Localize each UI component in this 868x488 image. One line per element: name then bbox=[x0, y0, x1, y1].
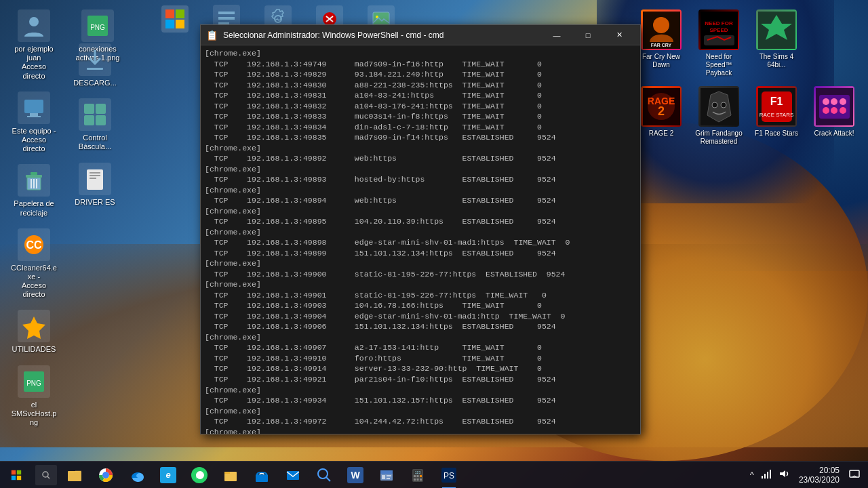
svg-point-47 bbox=[721, 102, 726, 108]
taskbar-explorer2[interactable] bbox=[372, 462, 401, 489]
game-icon-nfs[interactable]: NEED FORSPEED Need forSpeed™ Payback bbox=[692, 7, 746, 80]
svg-line-75 bbox=[326, 477, 330, 481]
sims-label: The Sims 4 64bi... bbox=[752, 53, 801, 69]
svg-rect-88 bbox=[417, 479, 419, 481]
grim-label: Grim FandangoRemastered bbox=[695, 129, 742, 146]
taskbar-file-explorer[interactable] bbox=[60, 462, 90, 489]
svg-rect-8 bbox=[24, 100, 43, 113]
desktop-icon-control[interactable]: ControlBáscula... bbox=[68, 96, 122, 154]
svg-marker-19 bbox=[22, 317, 45, 339]
game-icons-row-1: FAR CRY Far Cry NewDawn NEED FORSPEED Ne… bbox=[634, 7, 861, 80]
svg-point-58 bbox=[831, 107, 837, 114]
minimize-button[interactable]: — bbox=[541, 25, 572, 45]
close-button[interactable]: ✕ bbox=[604, 25, 635, 45]
svg-rect-5 bbox=[373, 12, 389, 26]
taskbar-chrome[interactable] bbox=[91, 462, 121, 489]
desktop-icon-papelera[interactable]: Papelera dereciclaje bbox=[7, 161, 61, 220]
tray-volume[interactable] bbox=[776, 468, 792, 482]
game-icon-crack-attack[interactable]: Crack Attack! bbox=[807, 83, 861, 148]
icon-label-este-equipo: Este equipo -Acceso directo bbox=[9, 127, 58, 154]
svg-rect-62 bbox=[12, 475, 16, 479]
taskbar-search[interactable] bbox=[35, 465, 57, 485]
tray-network[interactable] bbox=[758, 468, 774, 482]
icon-label-control: ControlBáscula... bbox=[79, 134, 111, 151]
taskbar-mail[interactable] bbox=[278, 462, 308, 489]
svg-rect-89 bbox=[420, 479, 422, 481]
desktop-icon-utilidades[interactable]: UTILIDADES bbox=[7, 307, 61, 357]
svg-rect-73 bbox=[287, 471, 299, 480]
svg-point-74 bbox=[318, 469, 328, 479]
taskbar-search-app[interactable] bbox=[309, 462, 339, 489]
svg-rect-24 bbox=[87, 68, 103, 70]
svg-rect-61 bbox=[17, 470, 21, 474]
svg-text:PS: PS bbox=[443, 471, 454, 481]
desktop-icon-driver[interactable]: DRIVER ES bbox=[68, 160, 122, 209]
start-button[interactable] bbox=[0, 462, 33, 489]
taskbar-whatsapp[interactable] bbox=[184, 462, 214, 489]
svg-rect-1 bbox=[176, 9, 184, 18]
taskbar-file-manager[interactable] bbox=[216, 462, 245, 489]
svg-point-7 bbox=[29, 17, 39, 26]
sims-image bbox=[756, 9, 797, 50]
tray-chevron[interactable]: ^ bbox=[747, 468, 757, 481]
svg-text:CC: CC bbox=[26, 239, 42, 251]
svg-rect-93 bbox=[764, 474, 766, 479]
svg-rect-94 bbox=[767, 472, 768, 479]
svg-rect-92 bbox=[762, 476, 763, 479]
svg-rect-63 bbox=[17, 475, 21, 479]
powershell-window: 📋 Seleccionar Administrador: Windows Pow… bbox=[200, 24, 641, 434]
svg-rect-32 bbox=[90, 178, 96, 179]
search-icon bbox=[42, 471, 50, 479]
icon-label-descargas: DESCARG... bbox=[73, 79, 117, 87]
desktop-icon-este-equipo[interactable]: Este equipo -Acceso directo bbox=[7, 89, 61, 157]
taskbar-store[interactable] bbox=[247, 462, 277, 489]
window-titlebar[interactable]: 📋 Seleccionar Administrador: Windows Pow… bbox=[201, 25, 640, 45]
game-icon-sims[interactable]: The Sims 4 64bi... bbox=[749, 7, 804, 80]
far-cry-label: Far Cry NewDawn bbox=[642, 53, 680, 69]
svg-rect-28 bbox=[96, 115, 106, 125]
icon-label-papelera: Papelera dereciclaje bbox=[14, 199, 54, 217]
taskbar-clock[interactable]: 20:05 23/03/2020 bbox=[795, 466, 844, 485]
pinned-icon-1[interactable] bbox=[149, 0, 201, 37]
svg-rect-84 bbox=[414, 475, 416, 477]
game-icon-grim[interactable]: Grim FandangoRemastered bbox=[692, 83, 746, 148]
game-icons-row-2: RAGE2 RAGE 2 Grim FandangoRemastered F1R… bbox=[634, 83, 861, 148]
desktop-icon-el-smsvchost[interactable]: PNG elSMSvcHost.png bbox=[7, 363, 61, 430]
svg-rect-85 bbox=[417, 475, 419, 477]
tray-icons: ^ bbox=[747, 468, 792, 482]
taskbar-ie[interactable]: e bbox=[153, 462, 183, 489]
svg-rect-66 bbox=[68, 471, 81, 481]
svg-rect-13 bbox=[31, 172, 37, 175]
game-icon-rage2[interactable]: RAGE2 RAGE 2 bbox=[634, 83, 688, 148]
svg-point-56 bbox=[840, 98, 846, 105]
svg-point-57 bbox=[823, 107, 829, 114]
svg-rect-72 bbox=[256, 474, 268, 482]
terminal-output[interactable]: [chrome.exe] TCP 192.168.1.3:49749 mad7s… bbox=[201, 45, 640, 434]
desktop-icon-descargas[interactable]: DESCARG... bbox=[68, 41, 122, 90]
svg-rect-9 bbox=[30, 113, 38, 116]
svg-point-59 bbox=[840, 107, 846, 114]
maximize-button[interactable]: □ bbox=[572, 25, 604, 45]
game-icon-f1[interactable]: F1RACE STARS F1 Race Stars bbox=[749, 83, 804, 148]
icon-label-cc-cleaner: CCleaner64.exe -Acceso directo bbox=[9, 264, 58, 300]
right-game-icons: FAR CRY Far Cry NewDawn NEED FORSPEED Ne… bbox=[631, 3, 865, 152]
svg-point-68 bbox=[102, 472, 109, 479]
svg-rect-86 bbox=[420, 475, 422, 477]
svg-rect-12 bbox=[26, 175, 42, 178]
desktop-icon-cc-cleaner[interactable]: CC CCleaner64.exe -Acceso directo bbox=[7, 226, 61, 302]
game-icon-far-cry[interactable]: FAR CRY Far Cry NewDawn bbox=[634, 7, 688, 80]
svg-text:PNG: PNG bbox=[90, 24, 105, 31]
taskbar-apps: e W bbox=[60, 462, 742, 489]
taskbar-word[interactable]: W bbox=[340, 462, 370, 489]
window-title-text: Seleccionar Administrador: Windows Power… bbox=[223, 30, 536, 40]
taskbar-calc[interactable]: 123 bbox=[403, 462, 433, 489]
svg-text:NEED FOR: NEED FOR bbox=[705, 20, 733, 26]
svg-text:F1: F1 bbox=[770, 96, 783, 107]
taskbar-edge[interactable] bbox=[122, 462, 152, 489]
desktop-icon-por-ejemplo-juan[interactable]: por ejemplo juanAcceso directo bbox=[7, 7, 61, 83]
svg-text:RACE STARS: RACE STARS bbox=[759, 112, 793, 118]
notification-icon[interactable] bbox=[846, 468, 863, 482]
svg-rect-3 bbox=[176, 20, 184, 28]
svg-rect-10 bbox=[27, 116, 41, 117]
taskbar-powershell[interactable]: PS bbox=[434, 462, 464, 489]
